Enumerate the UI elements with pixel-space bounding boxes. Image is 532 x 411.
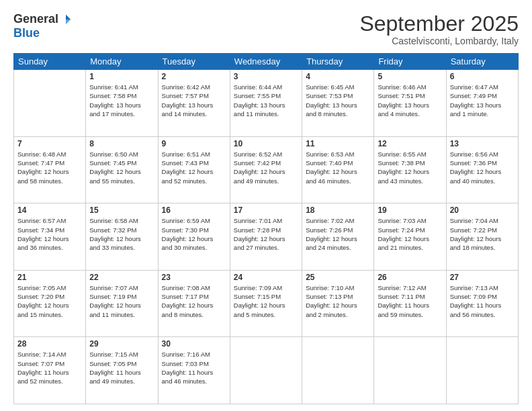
calendar: Sunday Monday Tuesday Wednesday Thursday… xyxy=(13,53,519,404)
calendar-cell: 13Sunrise: 6:56 AM Sunset: 7:36 PM Dayli… xyxy=(446,136,518,203)
calendar-week-1: 1Sunrise: 6:41 AM Sunset: 7:58 PM Daylig… xyxy=(14,70,519,137)
month-title: September 2025 xyxy=(359,12,519,36)
calendar-cell: 21Sunrise: 7:05 AM Sunset: 7:20 PM Dayli… xyxy=(14,270,86,337)
calendar-week-3: 14Sunrise: 6:57 AM Sunset: 7:34 PM Dayli… xyxy=(14,203,519,271)
calendar-cell: 26Sunrise: 7:12 AM Sunset: 7:11 PM Dayli… xyxy=(374,270,446,337)
day-info: Sunrise: 7:07 AM Sunset: 7:19 PM Dayligh… xyxy=(89,283,154,319)
day-info: Sunrise: 6:41 AM Sunset: 7:58 PM Dayligh… xyxy=(89,83,154,118)
day-info: Sunrise: 6:44 AM Sunset: 7:55 PM Dayligh… xyxy=(234,83,298,118)
day-info: Sunrise: 7:04 AM Sunset: 7:22 PM Dayligh… xyxy=(450,216,515,252)
header-wednesday: Wednesday xyxy=(230,54,302,70)
day-number: 1 xyxy=(89,72,154,81)
day-number: 20 xyxy=(450,205,515,215)
calendar-cell xyxy=(302,337,374,404)
day-info: Sunrise: 7:10 AM Sunset: 7:13 PM Dayligh… xyxy=(306,283,370,319)
logo-blue: Blue xyxy=(13,26,40,40)
day-info: Sunrise: 7:03 AM Sunset: 7:24 PM Dayligh… xyxy=(378,216,442,252)
day-info: Sunrise: 6:58 AM Sunset: 7:32 PM Dayligh… xyxy=(89,216,154,252)
day-info: Sunrise: 7:13 AM Sunset: 7:09 PM Dayligh… xyxy=(450,283,515,319)
calendar-cell: 11Sunrise: 6:53 AM Sunset: 7:40 PM Dayli… xyxy=(302,136,374,203)
logo: General Blue xyxy=(13,12,72,40)
day-number: 13 xyxy=(450,139,515,148)
page: General Blue September 2025 Castelviscon… xyxy=(0,0,532,411)
calendar-cell: 24Sunrise: 7:09 AM Sunset: 7:15 PM Dayli… xyxy=(230,270,302,337)
day-number: 4 xyxy=(306,72,370,81)
day-info: Sunrise: 6:46 AM Sunset: 7:51 PM Dayligh… xyxy=(378,83,442,118)
calendar-cell xyxy=(14,70,86,137)
day-info: Sunrise: 6:56 AM Sunset: 7:36 PM Dayligh… xyxy=(450,150,515,185)
weekday-header-row: Sunday Monday Tuesday Wednesday Thursday… xyxy=(14,54,519,70)
day-info: Sunrise: 6:47 AM Sunset: 7:49 PM Dayligh… xyxy=(450,83,515,118)
day-number: 6 xyxy=(450,72,515,81)
day-number: 9 xyxy=(162,139,226,148)
header-sunday: Sunday xyxy=(14,54,86,70)
calendar-cell: 20Sunrise: 7:04 AM Sunset: 7:22 PM Dayli… xyxy=(446,203,518,271)
day-info: Sunrise: 6:51 AM Sunset: 7:43 PM Dayligh… xyxy=(162,150,226,185)
svg-marker-1 xyxy=(66,19,71,24)
calendar-cell: 6Sunrise: 6:47 AM Sunset: 7:49 PM Daylig… xyxy=(446,70,518,137)
day-info: Sunrise: 7:12 AM Sunset: 7:11 PM Dayligh… xyxy=(378,283,442,319)
calendar-cell: 3Sunrise: 6:44 AM Sunset: 7:55 PM Daylig… xyxy=(230,70,302,137)
day-info: Sunrise: 7:16 AM Sunset: 7:03 PM Dayligh… xyxy=(162,350,226,385)
calendar-cell: 1Sunrise: 6:41 AM Sunset: 7:58 PM Daylig… xyxy=(86,70,158,137)
day-number: 18 xyxy=(306,205,370,215)
day-info: Sunrise: 6:50 AM Sunset: 7:45 PM Dayligh… xyxy=(89,150,154,185)
calendar-cell: 18Sunrise: 7:02 AM Sunset: 7:26 PM Dayli… xyxy=(302,203,374,271)
logo-icon xyxy=(60,13,72,26)
calendar-cell: 12Sunrise: 6:55 AM Sunset: 7:38 PM Dayli… xyxy=(374,136,446,203)
header-monday: Monday xyxy=(86,54,158,70)
day-number: 12 xyxy=(378,139,442,148)
calendar-cell: 30Sunrise: 7:16 AM Sunset: 7:03 PM Dayli… xyxy=(158,337,230,404)
header-saturday: Saturday xyxy=(446,54,518,70)
title-section: September 2025 Castelvisconti, Lombardy,… xyxy=(359,12,519,46)
calendar-cell: 19Sunrise: 7:03 AM Sunset: 7:24 PM Dayli… xyxy=(374,203,446,271)
day-number: 14 xyxy=(17,205,82,215)
calendar-week-5: 28Sunrise: 7:14 AM Sunset: 7:07 PM Dayli… xyxy=(14,337,519,404)
day-number: 27 xyxy=(450,273,515,282)
calendar-cell xyxy=(446,337,518,404)
calendar-cell: 23Sunrise: 7:08 AM Sunset: 7:17 PM Dayli… xyxy=(158,270,230,337)
svg-marker-0 xyxy=(66,14,71,19)
calendar-cell: 2Sunrise: 6:42 AM Sunset: 7:57 PM Daylig… xyxy=(158,70,230,137)
calendar-cell xyxy=(230,337,302,404)
calendar-cell: 8Sunrise: 6:50 AM Sunset: 7:45 PM Daylig… xyxy=(86,136,158,203)
day-number: 7 xyxy=(17,139,82,148)
day-info: Sunrise: 6:48 AM Sunset: 7:47 PM Dayligh… xyxy=(17,150,82,185)
day-number: 21 xyxy=(17,273,82,282)
day-info: Sunrise: 7:14 AM Sunset: 7:07 PM Dayligh… xyxy=(17,350,82,385)
day-number: 17 xyxy=(234,205,298,215)
day-info: Sunrise: 6:57 AM Sunset: 7:34 PM Dayligh… xyxy=(17,216,82,252)
calendar-cell: 16Sunrise: 6:59 AM Sunset: 7:30 PM Dayli… xyxy=(158,203,230,271)
calendar-cell: 7Sunrise: 6:48 AM Sunset: 7:47 PM Daylig… xyxy=(14,136,86,203)
header-tuesday: Tuesday xyxy=(158,54,230,70)
day-number: 3 xyxy=(234,72,298,81)
day-number: 15 xyxy=(89,205,154,215)
logo-general: General xyxy=(13,12,58,26)
calendar-cell: 29Sunrise: 7:15 AM Sunset: 7:05 PM Dayli… xyxy=(86,337,158,404)
day-info: Sunrise: 6:45 AM Sunset: 7:53 PM Dayligh… xyxy=(306,83,370,118)
day-number: 5 xyxy=(378,72,442,81)
day-info: Sunrise: 7:01 AM Sunset: 7:28 PM Dayligh… xyxy=(234,216,298,252)
day-number: 11 xyxy=(306,139,370,148)
day-info: Sunrise: 6:42 AM Sunset: 7:57 PM Dayligh… xyxy=(162,83,226,118)
calendar-cell: 17Sunrise: 7:01 AM Sunset: 7:28 PM Dayli… xyxy=(230,203,302,271)
calendar-cell: 28Sunrise: 7:14 AM Sunset: 7:07 PM Dayli… xyxy=(14,337,86,404)
calendar-cell: 5Sunrise: 6:46 AM Sunset: 7:51 PM Daylig… xyxy=(374,70,446,137)
calendar-cell: 27Sunrise: 7:13 AM Sunset: 7:09 PM Dayli… xyxy=(446,270,518,337)
day-number: 10 xyxy=(234,139,298,148)
day-number: 19 xyxy=(378,205,442,215)
day-number: 25 xyxy=(306,273,370,282)
day-number: 28 xyxy=(17,339,82,349)
calendar-week-4: 21Sunrise: 7:05 AM Sunset: 7:20 PM Dayli… xyxy=(14,270,519,337)
day-number: 30 xyxy=(162,339,226,349)
header-friday: Friday xyxy=(374,54,446,70)
day-info: Sunrise: 6:53 AM Sunset: 7:40 PM Dayligh… xyxy=(306,150,370,185)
calendar-cell: 4Sunrise: 6:45 AM Sunset: 7:53 PM Daylig… xyxy=(302,70,374,137)
day-number: 26 xyxy=(378,273,442,282)
day-number: 23 xyxy=(162,273,226,282)
day-number: 2 xyxy=(162,72,226,81)
day-number: 8 xyxy=(89,139,154,148)
day-info: Sunrise: 6:52 AM Sunset: 7:42 PM Dayligh… xyxy=(234,150,298,185)
day-info: Sunrise: 7:02 AM Sunset: 7:26 PM Dayligh… xyxy=(306,216,370,252)
calendar-cell xyxy=(374,337,446,404)
